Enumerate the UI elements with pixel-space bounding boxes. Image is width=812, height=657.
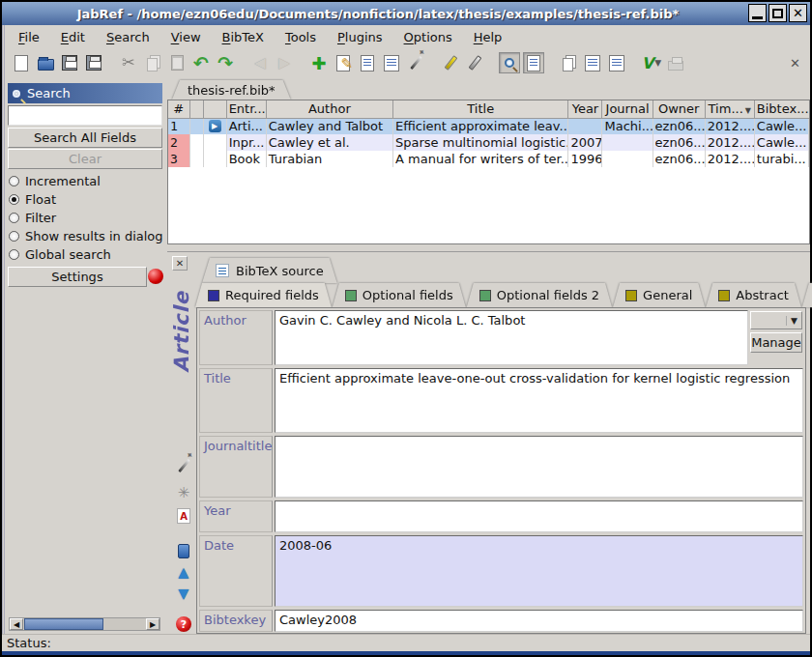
edit-preamble-icon[interactable] (357, 52, 378, 73)
cleanup-entries-icon[interactable] (405, 52, 426, 73)
table-header-row: # Entr... Author Title Year Journal Owne… (168, 100, 809, 118)
redo-icon[interactable]: ↷ (215, 52, 236, 73)
search-toggle-icon[interactable] (499, 52, 520, 73)
menu-bibtex[interactable]: BibTeX (222, 30, 264, 44)
radio-show-results-in-dialog[interactable]: Show results in dialog (9, 227, 164, 245)
scroll-right-icon[interactable]: ▶ (146, 618, 160, 630)
scroll-left-icon[interactable]: ◀ (10, 618, 23, 630)
cut-icon[interactable]: ✂ (118, 52, 139, 73)
author-field-input[interactable]: Gavin C. Cawley and Nicola L. C. Talbot (275, 310, 748, 365)
tab-review[interactable]: Review (802, 283, 812, 307)
column-bibtexkey[interactable]: Bibtex... (754, 100, 808, 118)
menu-search[interactable]: Search (106, 30, 150, 44)
close-button[interactable]: ✕ (789, 4, 807, 22)
title-bar[interactable]: JabRef - /home/ezn06edu/Documents/nonfic… (2, 2, 810, 25)
open-database-icon[interactable] (35, 52, 56, 73)
table-row[interactable]: 3 Book Turabian A manual for writers of … (168, 151, 809, 167)
undo-icon[interactable]: ↶ (190, 52, 212, 73)
menu-view[interactable]: View (171, 30, 201, 44)
menu-help[interactable]: Help (474, 30, 503, 44)
author-options-dropdown[interactable]: ▼ (750, 311, 802, 329)
cell-year: 1996 (568, 151, 602, 167)
web-search-icon[interactable]: V▼ (641, 52, 662, 73)
journaltitle-field-input[interactable] (275, 436, 803, 498)
tab-bibtex-source[interactable]: BibTeX source (202, 258, 337, 283)
settings-button[interactable]: Settings (8, 267, 147, 287)
table-row[interactable]: 1 ▶ Arti... Cawley and Talbot Efficient … (168, 118, 809, 134)
push-to-application-icon[interactable] (582, 52, 603, 73)
radio-float[interactable]: Float (9, 190, 164, 209)
record-icon[interactable] (148, 269, 163, 284)
push-to-application-alt-icon[interactable] (606, 52, 627, 73)
tab-general[interactable]: General (613, 283, 705, 307)
print-icon[interactable] (665, 52, 686, 73)
save-all-icon[interactable] (83, 52, 104, 73)
copy-icon[interactable] (142, 52, 163, 73)
edit-entry-icon[interactable]: ✎ (333, 52, 354, 73)
search-input[interactable] (8, 105, 162, 126)
unmark-entries-icon[interactable] (464, 52, 485, 73)
minimize-button[interactable] (748, 4, 767, 22)
column-owner[interactable]: Owner (652, 100, 705, 118)
manage-button[interactable]: Manage (750, 332, 802, 353)
date-field-input[interactable]: 2008-06 (275, 535, 803, 607)
menu-tools[interactable]: Tools (285, 30, 316, 44)
table-row[interactable]: 2 Inpr... Cawley et al. Sparse multinomi… (168, 134, 809, 151)
sidebar-horizontal-scrollbar[interactable]: ◀ ▶ (9, 617, 160, 631)
menu-options[interactable]: Options (404, 30, 452, 44)
radio-icon (9, 249, 19, 260)
title-field-input[interactable]: Efficient approximate leave-one-out cros… (275, 368, 803, 433)
entry-type-label: Article (167, 273, 196, 389)
help-icon[interactable]: ? (175, 615, 192, 633)
forward-icon[interactable]: ▶ (274, 52, 295, 73)
author-field-label: Author (199, 310, 273, 365)
column-year[interactable]: Year (568, 100, 602, 118)
maximize-button[interactable] (768, 4, 787, 22)
previous-entry-icon[interactable]: ▲ (175, 563, 192, 581)
column-author[interactable]: Author (266, 100, 392, 118)
next-entry-icon[interactable]: ▼ (175, 585, 192, 602)
tab-abstract[interactable]: Abstract (706, 283, 801, 307)
column-number[interactable]: # (168, 100, 189, 118)
menu-edit[interactable]: Edit (61, 30, 85, 44)
toggle-preview-icon[interactable] (523, 52, 544, 73)
search-all-fields-button[interactable]: Search All Fields (8, 128, 162, 148)
new-database-icon[interactable] (11, 52, 32, 73)
copy-citation-icon[interactable] (558, 52, 579, 73)
tab-optional-fields-2[interactable]: Optional fields 2 (467, 283, 612, 307)
cell-entrytype: Arti... (226, 118, 266, 134)
autogenerate-wand-icon[interactable] (175, 457, 192, 474)
radio-incremental[interactable]: Incremental (9, 172, 164, 190)
scrollbar-thumb[interactable] (24, 618, 103, 630)
radio-global-search[interactable]: Global search (9, 245, 164, 264)
column-editor-indicator[interactable] (203, 100, 226, 118)
menu-plugins[interactable]: Plugins (337, 30, 383, 44)
column-journal[interactable]: Journal (602, 100, 652, 118)
radio-filter[interactable]: Filter (9, 209, 164, 227)
new-entry-icon[interactable]: ✚ (308, 52, 330, 73)
column-marker[interactable] (189, 100, 203, 118)
paste-icon[interactable] (166, 52, 188, 73)
column-title[interactable]: Title (393, 100, 568, 118)
back-icon[interactable]: ◀ (249, 52, 271, 73)
year-field-input[interactable] (275, 500, 803, 532)
file-icon[interactable] (175, 542, 192, 559)
radio-icon (9, 231, 19, 242)
edit-strings-icon[interactable] (381, 52, 402, 73)
menu-file[interactable]: File (18, 30, 40, 44)
column-timestamp[interactable]: Tim...▼ (705, 100, 754, 118)
cell-author: Cawley et al. (266, 134, 392, 151)
save-database-icon[interactable] (59, 52, 80, 73)
column-entrytype[interactable]: Entr... (226, 100, 266, 118)
toolbar-close-icon[interactable]: ✕ (790, 56, 800, 71)
clear-button[interactable]: Clear (8, 149, 162, 169)
mark-entries-icon[interactable] (440, 52, 461, 73)
bibtexkey-field-input[interactable]: Cawley2008 (275, 610, 803, 632)
file-tab[interactable]: thesis-ref.bib* (172, 80, 291, 100)
gear-icon[interactable]: ✳ (175, 484, 192, 501)
tab-required-fields[interactable]: Required fields (195, 283, 332, 307)
tab-optional-fields[interactable]: Optional fields (333, 283, 466, 307)
editor-close-button[interactable]: ✕ (172, 256, 188, 271)
pdf-icon[interactable]: A (175, 507, 192, 525)
journaltitle-field-label: Journaltitle (199, 436, 273, 498)
